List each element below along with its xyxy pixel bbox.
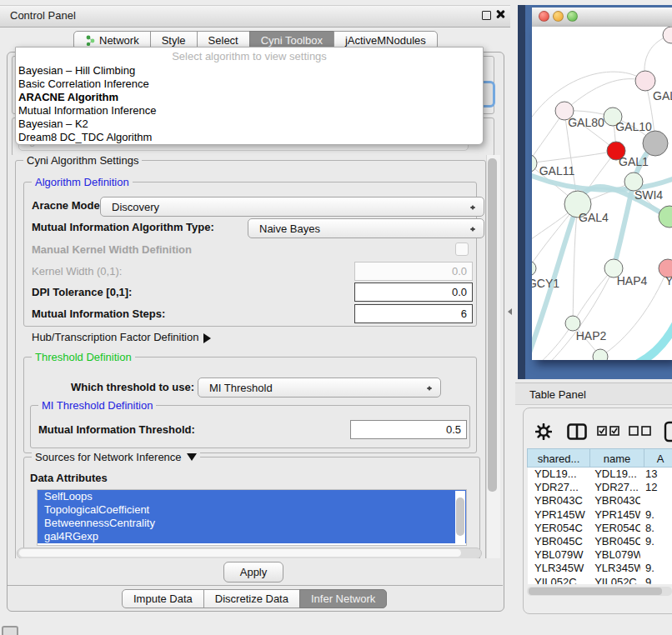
minimized-panel-icon[interactable] [2,626,18,635]
which-threshold-combo[interactable]: MI Threshold [198,378,441,398]
settings-scroll-area: Cyni Algorithm Settings Algorithm Defini… [12,155,487,558]
table-panel-titlebar: Table Panel [515,382,672,405]
kernel-width-label: Kernel Width (0,1): [32,265,122,278]
node-label: HAP2 [576,329,607,342]
settings-vscrollbar-thumb[interactable] [488,158,497,492]
table-row[interactable]: YBR045CYBR045C9. [528,535,672,548]
column-header-2[interactable]: name [589,448,644,468]
mi-threshold-title: MI Threshold Definition [38,399,156,412]
network-edge [532,151,616,163]
table-row[interactable]: YIL052CYIL052C9 [528,576,672,585]
node-label: GAL10 [615,120,652,133]
dropdown-prompt: Select algorithm to view settings [16,50,483,62]
table-row[interactable]: YLR345WYLR345W9. [528,562,672,575]
tab-discretize-data[interactable]: Discretize Data [203,589,300,608]
threshold-definition-title: Threshold Definition [32,351,135,363]
network-edge [622,320,672,360]
network-node-gcy1[interactable] [532,261,536,276]
dropdown-item[interactable]: Basic Correlation Inference [18,78,480,91]
mi-threshold-field[interactable]: 0.5 [350,420,467,439]
network-node[interactable] [593,349,608,360]
which-threshold-label: Which threshold to use: [71,381,194,393]
mi-steps-field[interactable]: 6 [354,304,473,323]
close-traffic-light[interactable] [539,11,549,22]
dropdown-item[interactable]: Mutual Information Inference [18,104,480,118]
attribute-item[interactable]: SelfLoops [38,490,466,503]
apply-button[interactable]: Apply [223,562,283,582]
table-body: YDL19...YDL19...13YDR27...YDR27...12YBR0… [528,468,672,584]
network-node[interactable] [659,206,672,228]
select-all-columns-icon[interactable] [597,426,620,439]
attribute-item[interactable]: TopologicalCoefficient [38,503,466,517]
node-label: GAL1 [619,155,649,168]
node-label: SWI4 [634,188,663,202]
node-label: GAL4 [579,211,609,224]
mi-threshold-label: Mutual Information Threshold: [38,423,195,436]
hub-section-toggle[interactable]: Hub/Transcription Factor Definition [32,331,216,343]
column-header-1[interactable]: shared... [527,448,590,468]
mi-steps-label: Mutual Information Steps: [32,308,165,320]
column-header-3[interactable]: A [644,448,672,468]
table-row[interactable]: YER054CYER054C8. [528,522,672,535]
close-icon[interactable] [495,9,505,19]
network-canvas[interactable]: GAL7GAL80GAL10GAL1GAL11GAL4SWI4GCY1HAP4Y… [532,27,672,360]
control-panel-titlebar: Control Panel [0,5,510,28]
node-label: Y [665,274,672,288]
split-pane-collapse-arrow[interactable] [504,308,512,315]
network-view-window: GAL7GAL80GAL10GAL1GAL11GAL4SWI4GCY1HAP4Y… [518,5,672,379]
partial-table-icon[interactable] [664,421,672,445]
minimize-traffic-light[interactable] [553,11,564,22]
node-label: GCY1 [532,277,559,290]
tab-infer-network[interactable]: Infer Network [299,589,387,608]
aracne-mode-combo[interactable]: Discovery [100,197,484,217]
manual-kernel-checkbox[interactable] [455,242,469,256]
attribute-item[interactable]: BetweennessCentrality [38,517,466,530]
list-scrollbar[interactable] [455,491,465,544]
gear-icon[interactable] [535,423,552,442]
chevron-updown-icon [469,223,476,235]
network-node[interactable] [643,131,668,156]
dpi-tolerance-field[interactable]: 0.0 [354,282,473,302]
table-row[interactable]: YPR145WYPR145W9. [528,508,672,522]
dropdown-item[interactable]: Bayesian – Hill Climbing [18,64,480,78]
mi-type-combo[interactable]: Naive Bayes [248,218,484,238]
deselect-all-columns-icon[interactable] [629,426,652,439]
node-label: GAL7 [653,89,672,102]
table-hscrollbar[interactable] [527,587,672,596]
node-label: HAP4 [617,274,648,288]
dropdown-item[interactable]: Bayesian – K2 [18,118,480,131]
network-node[interactable] [663,27,672,43]
panel-divider [8,585,503,586]
split-columns-icon[interactable] [567,423,587,442]
network-edge [564,79,645,111]
collapsed-arrow-icon [203,333,216,343]
network-graph: GAL7GAL80GAL10GAL1GAL11GAL4SWI4GCY1HAP4Y… [532,27,672,360]
network-icon [85,35,96,46]
tab-impute-data[interactable]: Impute Data [122,589,204,608]
zoom-traffic-light[interactable] [567,11,578,22]
table-row[interactable]: YBR043CYBR043C [528,494,672,508]
screen: Control Panel NetworkStyleSelectCyni Too… [0,0,672,635]
network-node-gal7[interactable] [635,71,655,91]
kernel-width-field[interactable]: 0.0 [354,262,473,281]
cyni-settings-title: Cyni Algorithm Settings [23,155,142,167]
float-window-icon[interactable] [482,11,491,20]
expanded-arrow-icon [187,453,197,466]
table-row[interactable]: YBL079WYBL079W [528,548,672,562]
control-panel-title: Control Panel [10,9,76,22]
dropdown-item-list: Bayesian – Hill ClimbingBasic Correlatio… [18,64,480,144]
manual-kernel-label: Manual Kernel Width Definition [32,243,192,256]
table-row[interactable]: YDL19...YDL19...13 [528,468,672,481]
dropdown-item[interactable]: Dream8 DC_TDC Algorithm [18,131,480,144]
settings-hscrollbar[interactable] [17,548,482,558]
sources-title[interactable]: Sources for Network Inference [32,451,200,466]
table-row[interactable]: YDR27...YDR27...12 [528,481,672,494]
data-attributes-label: Data Attributes [30,472,108,484]
node-label: GAL11 [539,164,575,178]
table-header-row: shared...nameA [528,448,672,468]
network-window-titlebar[interactable] [532,8,672,28]
dropdown-item[interactable]: ARACNE Algorithm [18,91,480,104]
attribute-item[interactable]: gal4RGexp [38,530,466,543]
algorithm-dropdown-popup: Select algorithm to view settings Bayesi… [15,47,484,145]
network-edge [573,268,614,323]
